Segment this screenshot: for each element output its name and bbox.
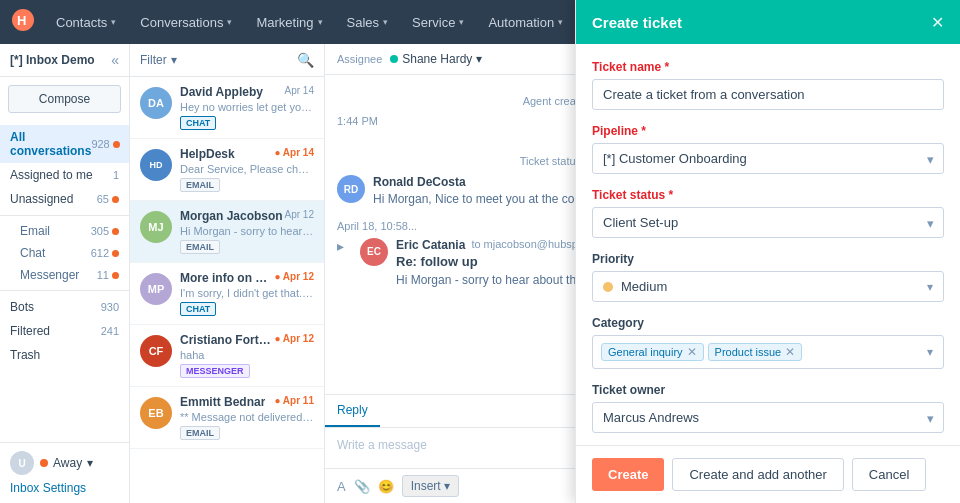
priority-selector[interactable]: Medium ▾ — [592, 271, 944, 302]
inbox-settings-link[interactable]: Inbox Settings — [10, 481, 119, 495]
svg-text:H: H — [17, 13, 26, 28]
create-and-add-button[interactable]: Create and add another — [672, 458, 843, 491]
list-item[interactable]: HD HelpDesk ● Apr 14 Dear Service, Pleas… — [130, 139, 324, 201]
chevron-down-icon: ▾ — [383, 17, 388, 27]
ticket-owner-field: Ticket owner Marcus Andrews — [592, 383, 944, 433]
list-item[interactable]: MJ Morgan Jacobson Apr 12 Hi Morgan - so… — [130, 201, 324, 263]
avatar: MP — [140, 273, 172, 305]
nav-sales[interactable]: Sales ▾ — [337, 9, 399, 36]
ticket-name-field: Ticket name * — [592, 60, 944, 110]
pipeline-field: Pipeline * [*] Customer Onboarding — [592, 124, 944, 174]
collapse-sidebar-button[interactable]: « — [111, 52, 119, 68]
chevron-down-icon: ▾ — [318, 17, 323, 27]
sidebar-item-all-conversations[interactable]: All conversations 928 — [0, 125, 129, 163]
online-indicator — [390, 55, 398, 63]
sidebar-item-chat[interactable]: Chat 612 — [0, 242, 129, 264]
emoji-button[interactable]: 😊 — [378, 479, 394, 494]
conversation-items: DA David Appleby Apr 14 Hey no worries l… — [130, 77, 324, 503]
chevron-down-icon: ▾ — [476, 52, 482, 66]
priority-field: Priority Medium ▾ — [592, 252, 944, 302]
sidebar-item-bots[interactable]: Bots 930 — [0, 295, 129, 319]
chevron-down-icon: ▾ — [227, 17, 232, 27]
sidebar: [*] Inbox Demo « Compose All conversatio… — [0, 44, 130, 503]
avatar: CF — [140, 335, 172, 367]
ticket-status-field: Ticket status * Client Set-up — [592, 188, 944, 238]
away-status-button[interactable]: Away ▾ — [40, 456, 93, 470]
nav-marketing[interactable]: Marketing ▾ — [246, 9, 332, 36]
pipeline-select[interactable]: [*] Customer Onboarding — [592, 143, 944, 174]
sidebar-section-main: All conversations 928 Assigned to me 1 — [0, 121, 129, 371]
ticket-panel-header: Create ticket ✕ — [576, 0, 960, 44]
attachment-button[interactable]: 📎 — [354, 479, 370, 494]
expand-icon[interactable]: ▸ — [337, 238, 344, 254]
priority-indicator — [603, 282, 613, 292]
sidebar-item-unassigned[interactable]: Unassigned 65 — [0, 187, 129, 211]
list-item[interactable]: EB Emmitt Bednar ● Apr 11 ** Message not… — [130, 387, 324, 449]
nav-service[interactable]: Service ▾ — [402, 9, 474, 36]
chevron-down-icon: ▾ — [171, 53, 177, 67]
avatar: EC — [360, 238, 388, 266]
nav-conversations[interactable]: Conversations ▾ — [130, 9, 242, 36]
nav-automation[interactable]: Automation ▾ — [478, 9, 573, 36]
chevron-down-icon: ▾ — [927, 280, 933, 294]
unread-dot — [112, 196, 119, 203]
ticket-panel-body: Ticket name * Pipeline * [*] Customer On… — [576, 44, 960, 445]
sidebar-header: [*] Inbox Demo « — [0, 44, 129, 77]
chevron-down-icon: ▾ — [558, 17, 563, 27]
category-tag: General inquiry ✕ — [601, 343, 704, 361]
ticket-panel-footer: Create Create and add another Cancel — [576, 445, 960, 503]
unread-dot — [112, 250, 119, 257]
sidebar-footer: U Away ▾ Inbox Settings — [0, 442, 129, 503]
conversation-list: Filter ▾ 🔍 DA David Appleby Apr 14 Hey n… — [130, 44, 325, 503]
list-item[interactable]: CF Cristiano Fortest ● Apr 12 haha MESSE… — [130, 325, 324, 387]
remove-tag-button[interactable]: ✕ — [785, 346, 795, 358]
chevron-down-icon: ▾ — [444, 479, 450, 493]
sidebar-divider — [0, 215, 129, 216]
cancel-button[interactable]: Cancel — [852, 458, 926, 491]
category-tag: Product issue ✕ — [708, 343, 803, 361]
conversation-list-header: Filter ▾ 🔍 — [130, 44, 324, 77]
ticket-panel-title: Create ticket — [592, 14, 682, 31]
create-ticket-panel: Create ticket ✕ Ticket name * Pipeline *… — [575, 0, 960, 503]
chevron-down-icon: ▾ — [927, 345, 933, 359]
insert-button[interactable]: Insert ▾ — [402, 475, 459, 497]
category-field: Category General inquiry ✕ Product issue… — [592, 316, 944, 369]
chevron-down-icon: ▾ — [111, 17, 116, 27]
ticket-owner-select[interactable]: Marcus Andrews — [592, 402, 944, 433]
sidebar-item-messenger[interactable]: Messenger 11 — [0, 264, 129, 286]
avatar: DA — [140, 87, 172, 119]
nav-contacts[interactable]: Contacts ▾ — [46, 9, 126, 36]
list-item[interactable]: MP More info on Produ... ● Apr 12 I'm so… — [130, 263, 324, 325]
sidebar-item-assigned[interactable]: Assigned to me 1 — [0, 163, 129, 187]
chevron-down-icon: ▾ — [459, 17, 464, 27]
away-indicator — [40, 459, 48, 467]
user-avatar: U — [10, 451, 34, 475]
create-button[interactable]: Create — [592, 458, 664, 491]
compose-button[interactable]: Compose — [8, 85, 121, 113]
assignee-selector[interactable]: Shane Hardy ▾ — [390, 52, 482, 66]
search-icon[interactable]: 🔍 — [297, 52, 314, 68]
sidebar-divider — [0, 290, 129, 291]
sidebar-item-trash[interactable]: Trash — [0, 343, 129, 367]
list-item[interactable]: DA David Appleby Apr 14 Hey no worries l… — [130, 77, 324, 139]
sidebar-item-email[interactable]: Email 305 — [0, 220, 129, 242]
avatar: EB — [140, 397, 172, 429]
chevron-down-icon: ▾ — [87, 456, 93, 470]
tab-reply[interactable]: Reply — [325, 395, 380, 427]
inbox-name: [*] Inbox Demo — [10, 53, 95, 67]
ticket-name-input[interactable] — [592, 79, 944, 110]
category-selector[interactable]: General inquiry ✕ Product issue ✕ ▾ — [592, 335, 944, 369]
avatar: HD — [140, 149, 172, 181]
format-text-button[interactable]: A — [337, 479, 346, 494]
hubspot-logo[interactable]: H — [12, 9, 34, 36]
unread-dot — [112, 228, 119, 235]
close-icon[interactable]: ✕ — [931, 13, 944, 32]
sidebar-item-filtered[interactable]: Filtered 241 — [0, 319, 129, 343]
avatar: MJ — [140, 211, 172, 243]
unread-dot — [112, 272, 119, 279]
filter-button[interactable]: Filter ▾ — [140, 53, 177, 67]
unread-dot — [113, 141, 120, 148]
ticket-status-select[interactable]: Client Set-up — [592, 207, 944, 238]
remove-tag-button[interactable]: ✕ — [687, 346, 697, 358]
avatar: RD — [337, 175, 365, 203]
